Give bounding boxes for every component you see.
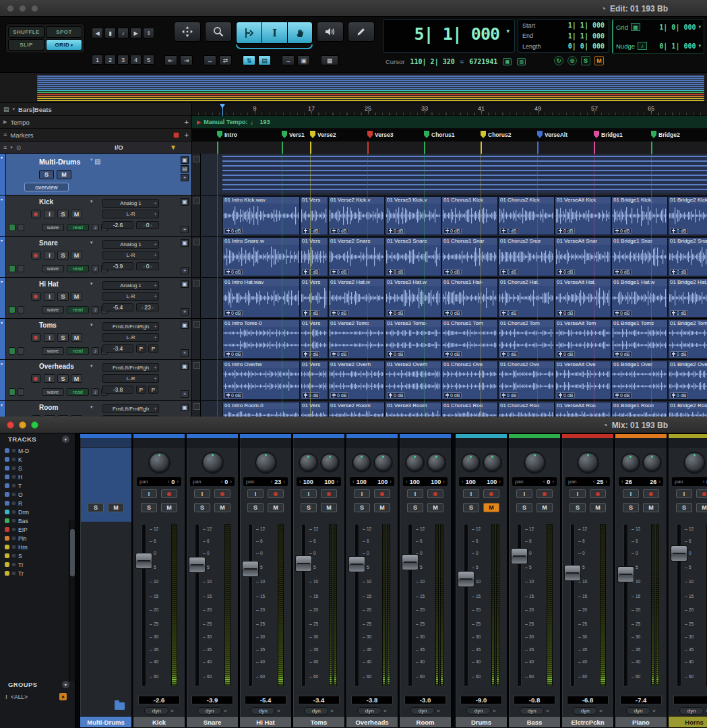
mode-slip-button[interactable]: SLIP bbox=[8, 39, 44, 51]
pan-display[interactable]: pan‹23› bbox=[243, 477, 288, 486]
audio-clip[interactable]: 01 Chorus2 Ove0 dB bbox=[498, 361, 555, 400]
marker-bridge1[interactable]: Bridge1 bbox=[594, 131, 623, 138]
dyn-button[interactable]: dyn bbox=[679, 707, 704, 715]
record-enable-button[interactable] bbox=[31, 210, 41, 218]
volume-readout[interactable]: -2.6 bbox=[102, 221, 133, 229]
solo-button[interactable]: S bbox=[57, 251, 69, 260]
audio-clip[interactable]: 01 Intro Overhe0 dB bbox=[222, 361, 300, 400]
dyn-expand-icon[interactable]: » bbox=[546, 708, 549, 714]
group-assignment-column[interactable] bbox=[192, 319, 201, 359]
markers-ruler[interactable]: IntroVers1Verse2Verse3Chorus1Chorus2Vers… bbox=[192, 129, 707, 142]
dyn-expand-icon[interactable]: » bbox=[277, 708, 280, 714]
length-value[interactable]: 0| 0| 000 bbox=[568, 42, 605, 50]
pan-readout[interactable]: ‹0› bbox=[136, 221, 159, 229]
track-lane[interactable]: 01 Intro Toms-00 dB01 Vers0 dB01 Verse2 … bbox=[201, 319, 707, 359]
record-enable-button[interactable] bbox=[483, 489, 499, 498]
elastic-audio-icon[interactable] bbox=[9, 265, 16, 272]
track-list-menu-icon[interactable]: ≡ bbox=[3, 144, 7, 151]
record-enable-button[interactable] bbox=[696, 489, 707, 498]
volume-readout[interactable]: -3.4 bbox=[298, 696, 340, 704]
volume-readout[interactable]: -3.0 bbox=[404, 696, 446, 704]
track-list-item[interactable]: K bbox=[0, 455, 75, 464]
track-lane[interactable]: 01 Intro Overhe0 dB01 Vers0 dB01 Verse2 … bbox=[201, 360, 707, 400]
solo-button[interactable]: S bbox=[623, 503, 639, 512]
zoom-in-button[interactable]: ▶ bbox=[130, 28, 142, 38]
clip-gain-badge[interactable]: 0 dB bbox=[302, 269, 320, 275]
track-color-strip[interactable]: ▾ bbox=[0, 278, 6, 318]
clip-gain-badge[interactable]: 0 dB bbox=[302, 351, 320, 357]
track-nameplate[interactable]: Snare bbox=[187, 716, 238, 727]
input-monitor-button[interactable]: I bbox=[44, 374, 55, 383]
track-name-caret-icon[interactable]: ▾ bbox=[90, 404, 93, 410]
clip-gain-badge[interactable]: 0 dB bbox=[557, 228, 575, 234]
audio-clip[interactable]: 01 Verse3 Snare0 dB bbox=[385, 237, 441, 276]
solo-button[interactable]: S bbox=[463, 503, 479, 512]
volume-readout[interactable]: -9.0 bbox=[460, 696, 502, 704]
input-path-selector[interactable]: Analog 1+ bbox=[102, 240, 159, 249]
pan-display[interactable]: ‹100100› bbox=[350, 477, 394, 486]
grid-view-icon[interactable]: ▣ bbox=[181, 239, 189, 247]
fader-groove[interactable] bbox=[195, 524, 199, 686]
solo-button[interactable]: S bbox=[301, 503, 317, 512]
input-monitor-button[interactable]: I bbox=[44, 292, 55, 301]
pan-display[interactable]: pan‹25› bbox=[565, 477, 610, 486]
clip-gain-badge[interactable]: 0 dB bbox=[500, 269, 518, 275]
add-icon[interactable]: + bbox=[181, 226, 189, 233]
volume-readout[interactable]: -3.9 bbox=[102, 262, 133, 270]
freeze-icon[interactable] bbox=[18, 388, 24, 396]
nudge-caret-icon[interactable]: ▾ bbox=[698, 43, 701, 49]
audio-clip[interactable]: 01 Chorus1 Tom0 dB bbox=[441, 320, 498, 359]
track-list-item[interactable]: S bbox=[0, 464, 75, 473]
pan-knob[interactable] bbox=[321, 454, 339, 472]
dyn-expand-icon[interactable]: » bbox=[330, 708, 333, 714]
track-list-item[interactable]: Tr bbox=[0, 569, 75, 578]
mute-button[interactable]: M bbox=[536, 503, 553, 512]
pan-knob[interactable] bbox=[299, 454, 317, 472]
fader-cap[interactable] bbox=[402, 554, 419, 570]
track-name-caret-icon[interactable]: ▾ bbox=[90, 363, 93, 369]
audio-clip[interactable]: 01 Bridge2 Ove0 dB bbox=[668, 361, 707, 400]
link-timeline-edit-selection-button[interactable]: ⇅ bbox=[243, 55, 255, 65]
freeze-icon[interactable] bbox=[18, 347, 24, 355]
track-nameplate[interactable]: Toms bbox=[293, 716, 344, 727]
audio-clip[interactable]: 01 Verse2 Toms0 dB bbox=[328, 320, 385, 359]
mute-button[interactable]: M bbox=[643, 503, 659, 512]
input-monitor-button[interactable]: I bbox=[44, 251, 55, 260]
output-path-selector[interactable]: L-R+ bbox=[102, 333, 159, 342]
dyn-expand-icon[interactable]: » bbox=[383, 708, 386, 714]
ruler-menu-icon[interactable]: ▤ bbox=[3, 106, 9, 113]
sidebar-scrollbar-thumb[interactable] bbox=[70, 529, 75, 576]
audio-clip[interactable]: 01 VerseAlt Ove0 dB bbox=[555, 361, 611, 400]
pan-display[interactable]: ‹2626› bbox=[619, 477, 663, 486]
track-list-item[interactable]: M-D bbox=[0, 446, 75, 455]
record-enable-button[interactable] bbox=[321, 489, 337, 498]
track-name[interactable]: Toms bbox=[39, 322, 57, 329]
mode-grid-button[interactable]: GRID▾ bbox=[46, 39, 82, 51]
clip-gain-badge[interactable]: 0 dB bbox=[670, 228, 688, 234]
automation-mode-button[interactable]: read bbox=[67, 306, 89, 313]
solo-button[interactable]: S bbox=[516, 503, 532, 512]
input-monitor-button[interactable]: I bbox=[44, 333, 55, 342]
track-list-item[interactable]: T bbox=[0, 481, 75, 490]
grid-view-icon[interactable]: ▣ bbox=[181, 322, 189, 329]
automation-mode-button[interactable]: read bbox=[67, 388, 89, 396]
pan-knob[interactable] bbox=[643, 454, 661, 472]
track-view-selector[interactable]: wave bbox=[42, 265, 64, 272]
add-icon[interactable]: + bbox=[181, 390, 189, 398]
mix-minimize-button[interactable] bbox=[19, 421, 26, 429]
clip-gain-badge[interactable]: 0 dB bbox=[443, 310, 462, 316]
grid-view-icon[interactable]: ▣ bbox=[181, 280, 189, 288]
pan-knob[interactable] bbox=[202, 452, 223, 473]
bars-beats-ruler[interactable]: 917253341495765 bbox=[192, 103, 707, 116]
clip-gain-badge[interactable]: 0 dB bbox=[613, 310, 632, 316]
pan-display[interactable]: ‹100100› bbox=[459, 477, 503, 486]
clip-gain-badge[interactable]: 0 dB bbox=[613, 351, 632, 357]
dyn-button[interactable]: dyn bbox=[304, 707, 328, 715]
disclosure-triangle-icon[interactable]: ▾ bbox=[1, 197, 3, 202]
output-path-selector[interactable]: L-R+ bbox=[102, 374, 159, 383]
pan-readout[interactable]: P bbox=[136, 344, 146, 353]
audio-clip[interactable]: 01 VerseAlt Roo0 dB bbox=[555, 402, 611, 417]
clip-gain-badge[interactable]: 0 dB bbox=[224, 351, 243, 357]
track-name[interactable]: Multi-Drums bbox=[39, 158, 80, 166]
track-list-item[interactable]: Drm bbox=[0, 508, 75, 516]
